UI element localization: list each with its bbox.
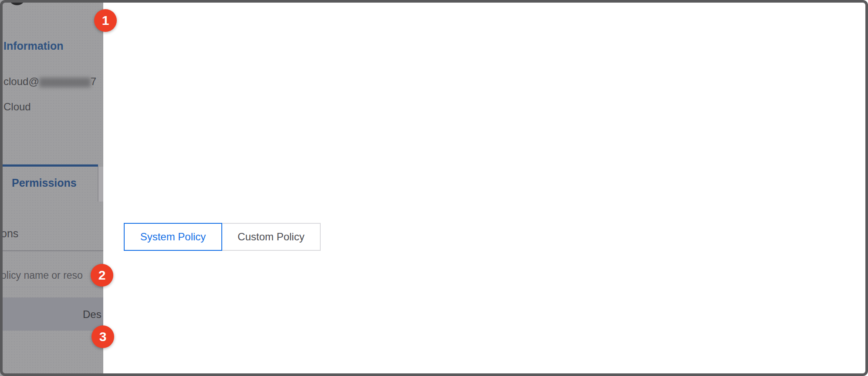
divider bbox=[0, 287, 103, 287]
account-prefix: cloud@ bbox=[3, 75, 39, 87]
account-id-text: cloud@7 bbox=[3, 74, 96, 89]
annotation-badge-2: 2 bbox=[91, 264, 113, 287]
partial-heading-text: ons bbox=[1, 226, 18, 241]
tab-system-policy[interactable]: System Policy bbox=[124, 223, 222, 251]
redacted-account-number bbox=[39, 78, 91, 87]
dimmed-background-page: Information cloud@7 Cloud Permissions on… bbox=[0, 0, 103, 376]
annotation-badge-1: 1 bbox=[94, 9, 117, 32]
tab-permissions: Permissions bbox=[12, 175, 77, 190]
account-suffix: 7 bbox=[91, 75, 96, 87]
tab-custom-policy[interactable]: Custom Policy bbox=[221, 223, 321, 251]
annotation-badge-3: 3 bbox=[92, 325, 114, 348]
background-column-description: Des bbox=[83, 307, 102, 322]
adjacent-tab-edge bbox=[98, 167, 103, 202]
sidebar-link-information: Information bbox=[3, 38, 64, 53]
avatar bbox=[10, 0, 24, 5]
divider bbox=[0, 250, 103, 251]
active-tab-underline bbox=[0, 164, 98, 167]
background-search-placeholder: olicy name or reso bbox=[1, 268, 83, 283]
cloud-label: Cloud bbox=[3, 99, 31, 114]
grant-permission-drawer bbox=[103, 0, 868, 376]
background-table-header: Des bbox=[0, 297, 103, 331]
